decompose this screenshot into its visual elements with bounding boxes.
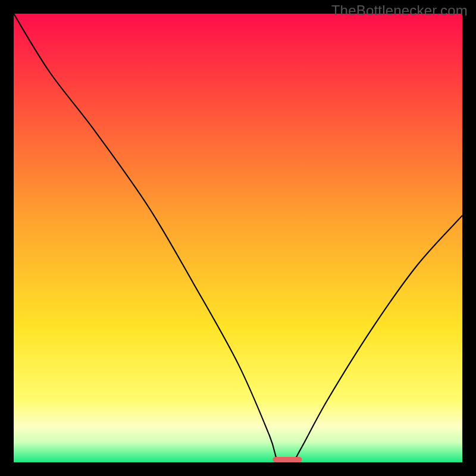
chart-container: TheBottlenecker.com <box>0 0 476 476</box>
bottleneck-chart <box>14 14 462 462</box>
watermark-text: TheBottlenecker.com <box>331 2 468 19</box>
gradient-background <box>14 14 462 462</box>
threshold-marker <box>273 457 302 462</box>
